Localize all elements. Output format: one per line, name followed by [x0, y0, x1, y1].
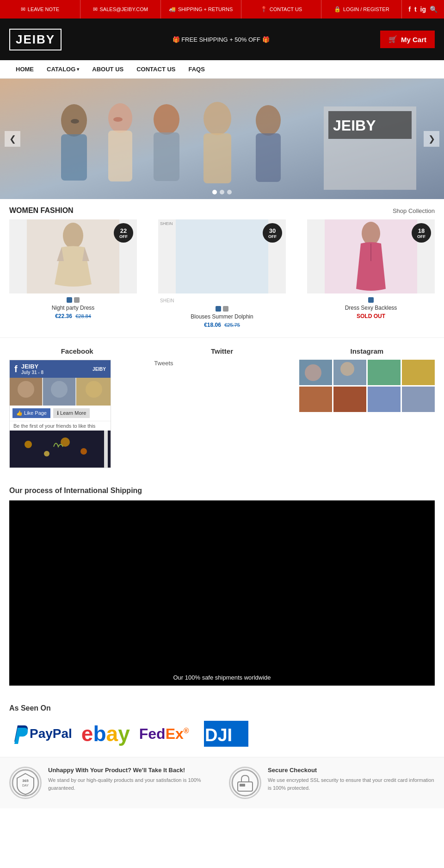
- paypal-icon: [9, 723, 28, 744]
- facebook-icon[interactable]: f: [408, 6, 411, 13]
- ig-photo-1[interactable]: [299, 360, 332, 385]
- sold-out-label: SOLD OUT: [357, 313, 385, 319]
- nav-catalog[interactable]: CATALOG ▾: [40, 60, 86, 79]
- guarantee-text-2: Secure Checkout We use encrypted SSL sec…: [268, 767, 435, 799]
- header: JEIBY 🎁 FREE SHIPPING + 50% OFF 🎁 🛒 My C…: [0, 19, 444, 60]
- svg-rect-4: [108, 131, 132, 181]
- fb-buttons: 👍 Like Page ℹ Learn More: [10, 406, 111, 421]
- product-name-2: Blouses Summer Dolphin: [158, 313, 286, 320]
- promo-text: 🎁 FREE SHIPPING + 50% OFF 🎁: [173, 36, 270, 43]
- location-icon: 📍: [260, 6, 267, 12]
- svg-point-25: [18, 381, 34, 398]
- svg-point-15: [71, 119, 79, 124]
- social-icons[interactable]: f t ig 🔍: [402, 0, 444, 19]
- fedex-fe: Fed: [139, 725, 166, 742]
- top-bar: ✉ LEAVE NOTE ✉ SALES@JEIBY.COM 🚚 SHIPPIN…: [0, 0, 444, 19]
- shipping-title: Our process of International Shipping: [9, 487, 435, 495]
- guarantee-icon-1: 365 DAY: [9, 767, 42, 799]
- svg-rect-2: [61, 134, 87, 181]
- hero-dot-1[interactable]: [212, 190, 217, 194]
- product-swatches-3: [307, 297, 435, 303]
- svg-rect-10: [256, 133, 281, 182]
- footer-guarantee: 365 DAY Unhappy With Your Product? We'll…: [0, 757, 444, 808]
- contact-item[interactable]: 📍 CONTACT US: [241, 0, 322, 19]
- paypal-text: PayPal: [30, 726, 72, 741]
- guarantee-text-1: Unhappy With Your Product? We'll Take It…: [48, 767, 215, 799]
- hero-prev-button[interactable]: ❮: [5, 131, 20, 147]
- price-original-1: €28.84: [75, 313, 91, 319]
- fb-learn-button[interactable]: ℹ Learn More: [53, 408, 90, 418]
- guarantee-heading-1: Unhappy With Your Product? We'll Take It…: [48, 767, 215, 774]
- guarantee-description-1: We stand by our high-quality products an…: [48, 776, 215, 792]
- svg-rect-28: [10, 431, 111, 468]
- svg-rect-40: [333, 387, 366, 412]
- facebook-widget[interactable]: f JEIBY July 31 - 8 JEIBY: [9, 360, 111, 468]
- nav-about[interactable]: ABOUT US: [86, 60, 130, 79]
- facebook-section: Facebook f JEIBY July 31 - 8 JEIBY: [9, 347, 145, 468]
- login-item[interactable]: 🔒 LOGIN / REGISTER: [321, 0, 402, 19]
- instagram-icon[interactable]: ig: [420, 6, 426, 13]
- svg-text:365: 365: [22, 779, 29, 783]
- twitter-icon[interactable]: t: [414, 6, 417, 13]
- shein-label: SHEIN: [158, 297, 286, 304]
- shipping-item[interactable]: 🚚 SHIPPING + RETURNS: [161, 0, 241, 19]
- note-icon: ✉: [21, 6, 25, 12]
- product-card-3[interactable]: 18 OFF Dress Sexy Backless SOLD OUT: [307, 219, 435, 328]
- leave-note-item[interactable]: ✉ LEAVE NOTE: [0, 0, 80, 19]
- swatch-2a: [216, 306, 221, 312]
- ig-photo-2[interactable]: [333, 360, 366, 385]
- ig-photo-6[interactable]: [333, 387, 366, 412]
- shop-collection-link[interactable]: Shop Collection: [393, 207, 435, 214]
- video-player[interactable]: Our 100% safe shipments worldwide: [9, 500, 435, 686]
- dji-svg: DJI: [198, 720, 254, 748]
- scrollbar[interactable]: [104, 431, 108, 468]
- hero-dots[interactable]: [212, 190, 232, 194]
- ig-photo-3[interactable]: [368, 360, 401, 385]
- swatch-2b: [223, 306, 228, 312]
- product-card-1[interactable]: 22 OFF Night party Dress €22.36 €28.84: [9, 219, 137, 328]
- email-item[interactable]: ✉ SALES@JEIBY.COM: [80, 0, 161, 19]
- shipping-icon: 🚚: [169, 6, 176, 12]
- svg-rect-37: [368, 360, 401, 385]
- product-image-3: 18 OFF: [307, 219, 435, 293]
- logo[interactable]: JEIBY: [9, 29, 62, 50]
- fb-page-date: July 31 - 8: [21, 370, 43, 375]
- ig-photo-4[interactable]: [402, 360, 435, 385]
- navigation: HOME CATALOG ▾ ABOUT US CONTACT US FAQS: [0, 60, 444, 79]
- nav-faqs[interactable]: FAQS: [182, 60, 211, 79]
- nav-contact[interactable]: CONTACT US: [130, 60, 182, 79]
- fb-friends-text: Be the first of your friends to like thi…: [10, 421, 111, 431]
- svg-point-48: [232, 770, 258, 796]
- ig-photo-5[interactable]: [299, 387, 332, 412]
- price-current-1: €22.36: [55, 313, 72, 319]
- svg-point-7: [204, 102, 231, 135]
- chevron-down-icon: ▾: [77, 67, 79, 72]
- search-icon[interactable]: 🔍: [430, 6, 438, 13]
- ig-photo-8[interactable]: [402, 387, 435, 412]
- hero-slider: JEIBY ❮ ❯: [0, 79, 444, 199]
- cart-icon: 🛒: [388, 35, 397, 44]
- product-swatches-2: [158, 306, 286, 312]
- fb-page-name: JEIBY: [21, 363, 43, 370]
- women-fashion-header: WOMEN FASHION Shop Collection: [0, 199, 444, 219]
- fb-like-button[interactable]: 👍 Like Page: [12, 408, 50, 418]
- ig-photo-7[interactable]: [368, 387, 401, 412]
- products-row: 22 OFF Night party Dress €22.36 €28.84 S…: [0, 219, 444, 337]
- svg-rect-18: [176, 219, 268, 293]
- product-card-2[interactable]: SHEIN 30 OFF SHEIN Blouses Summer Dolphi…: [158, 219, 286, 328]
- hero-next-button[interactable]: ❯: [424, 131, 439, 147]
- shipping-section: Our process of International Shipping Ou…: [0, 477, 444, 695]
- video-caption: Our 100% safe shipments worldwide: [173, 674, 271, 681]
- fb-header: f JEIBY July 31 - 8 JEIBY: [10, 360, 111, 378]
- price-original-2: €25.75: [224, 322, 240, 328]
- product-name-1: Night party Dress: [9, 305, 137, 311]
- nav-home[interactable]: HOME: [9, 60, 40, 79]
- hero-dot-2[interactable]: [220, 190, 224, 194]
- fb-photo-grid: [10, 378, 111, 406]
- seen-on-title: As Seen On: [9, 704, 435, 712]
- svg-rect-42: [402, 387, 435, 412]
- cart-button[interactable]: 🛒 My Cart: [380, 31, 435, 48]
- hero-dot-3[interactable]: [227, 190, 232, 194]
- guarantee-item-1: 365 DAY Unhappy With Your Product? We'll…: [9, 767, 215, 799]
- secure-icon: [229, 767, 261, 799]
